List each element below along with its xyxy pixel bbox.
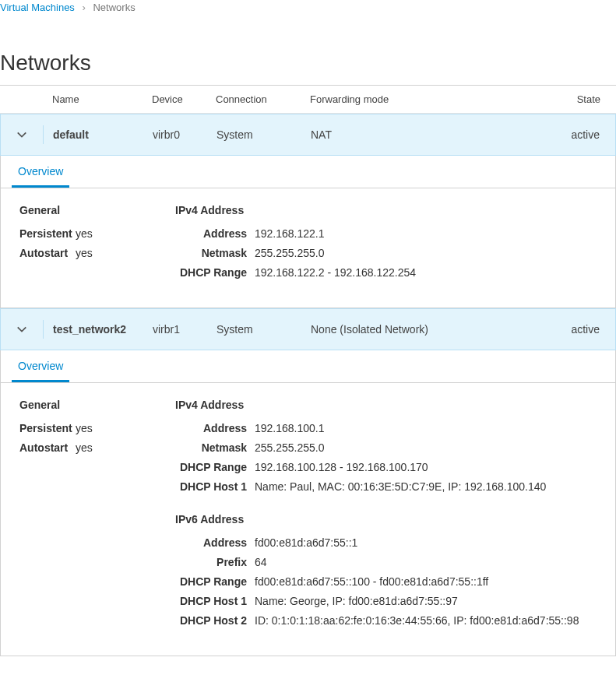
label-persistent: Persistent (19, 227, 76, 240)
label-prefix: Prefix (175, 556, 255, 568)
value-ipv4-dhcp-host1: Name: Paul, MAC: 00:16:3E:5D:C7:9E, IP: … (255, 480, 597, 493)
label-autostart: Autostart (19, 441, 76, 454)
col-header-forwarding: Forwarding mode (310, 93, 512, 105)
col-header-name: Name (43, 93, 152, 105)
table-row[interactable]: test_network2 virbr1 System None (Isolat… (0, 308, 616, 350)
tab-overview[interactable]: Overview (12, 156, 69, 188)
value-ipv4-netmask: 255.255.255.0 (255, 441, 597, 454)
value-persistent: yes (76, 227, 93, 240)
chevron-down-icon[interactable] (16, 129, 27, 140)
page-title: Networks (0, 51, 616, 76)
value-ipv4-dhcp-range: 192.168.100.128 - 192.168.100.170 (255, 461, 597, 473)
label-dhcp-range: DHCP Range (175, 575, 255, 588)
heading-ipv4: IPv4 Address (175, 204, 597, 216)
networks-table: Name Device Connection Forwarding mode S… (0, 85, 616, 656)
col-header-device: Device (152, 93, 216, 105)
network-name: default (44, 128, 153, 141)
label-address: Address (175, 227, 255, 240)
breadcrumb: Virtual Machines › Networks (0, 0, 616, 13)
value-ipv6-dhcp-range: fd00:e81d:a6d7:55::100 - fd00:e81d:a6d7:… (255, 575, 597, 588)
label-netmask: Netmask (175, 441, 255, 454)
network-state: active (513, 323, 615, 336)
value-ipv6-dhcp-host1: Name: George, IP: fd00:e81d:a6d7:55::97 (255, 595, 597, 607)
network-device: virbr1 (153, 323, 216, 336)
chevron-down-icon[interactable] (16, 324, 27, 335)
value-ipv4-netmask: 255.255.255.0 (255, 247, 597, 259)
col-header-state: State (512, 93, 616, 105)
value-ipv4-address: 192.168.100.1 (255, 422, 597, 434)
value-ipv6-prefix: 64 (255, 556, 597, 568)
tabs: Overview (1, 350, 615, 383)
breadcrumb-link-vm[interactable]: Virtual Machines (0, 2, 75, 13)
value-ipv6-address: fd00:e81d:a6d7:55::1 (255, 536, 597, 549)
value-autostart: yes (76, 441, 93, 454)
label-address: Address (175, 422, 255, 434)
value-ipv6-dhcp-host2: ID: 0:1:0:1:18:aa:62:fe:0:16:3e:44:55:66… (255, 614, 597, 627)
tab-overview[interactable]: Overview (12, 350, 69, 382)
network-name: test_network2 (44, 323, 153, 336)
details-panel: Overview General Persistent yes Autostar… (0, 350, 616, 656)
value-ipv4-dhcp-range: 192.168.122.2 - 192.168.122.254 (255, 266, 597, 279)
network-connection: System (216, 128, 311, 141)
heading-ipv6: IPv6 Address (175, 513, 597, 526)
col-header-connection: Connection (216, 93, 310, 105)
label-dhcp-host2: DHCP Host 2 (175, 614, 255, 627)
tabs: Overview (1, 156, 615, 188)
table-row[interactable]: default virbr0 System NAT active (0, 114, 616, 156)
heading-ipv4: IPv4 Address (175, 399, 597, 411)
network-forwarding: NAT (311, 128, 513, 141)
network-forwarding: None (Isolated Network) (311, 323, 513, 336)
value-ipv4-address: 192.168.122.1 (255, 227, 597, 240)
network-state: active (513, 128, 615, 141)
breadcrumb-current: Networks (93, 2, 135, 13)
network-device: virbr0 (153, 128, 216, 141)
label-dhcp-host1: DHCP Host 1 (175, 595, 255, 607)
chevron-right-icon: › (83, 2, 86, 13)
value-autostart: yes (76, 247, 93, 259)
heading-general: General (19, 204, 175, 216)
label-address: Address (175, 536, 255, 549)
label-persistent: Persistent (19, 422, 76, 434)
table-header-row: Name Device Connection Forwarding mode S… (0, 86, 616, 114)
label-dhcp-host1: DHCP Host 1 (175, 480, 255, 493)
label-dhcp-range: DHCP Range (175, 266, 255, 279)
heading-general: General (19, 399, 175, 411)
label-netmask: Netmask (175, 247, 255, 259)
network-connection: System (216, 323, 311, 336)
details-panel: Overview General Persistent yes Autostar… (0, 156, 616, 308)
value-persistent: yes (76, 422, 93, 434)
label-dhcp-range: DHCP Range (175, 461, 255, 473)
label-autostart: Autostart (19, 247, 76, 259)
